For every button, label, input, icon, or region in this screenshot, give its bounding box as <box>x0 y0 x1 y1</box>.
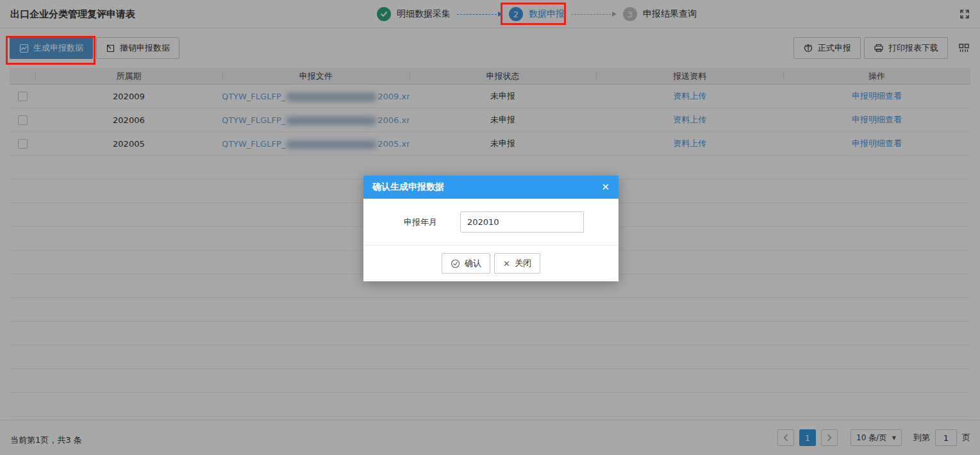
circle-check-icon <box>451 259 460 269</box>
confirm-button[interactable]: 确认 <box>442 253 490 274</box>
dialog-footer: 确认 ✕ 关闭 <box>363 245 619 281</box>
x-icon: ✕ <box>503 259 510 269</box>
confirm-generate-dialog: 确认生成申报数据 ✕ 申报年月 确认 ✕ 关闭 <box>363 176 619 281</box>
declare-month-input[interactable] <box>460 211 584 233</box>
dialog-header: 确认生成申报数据 ✕ <box>363 176 619 199</box>
app-root: 出口企业分类管理复评申请表 明细数据采集 2 数据申报 3 申报结果查询 <box>0 0 980 455</box>
dialog-body: 申报年月 <box>363 199 619 245</box>
dialog-title: 确认生成申报数据 <box>372 181 444 193</box>
dialog-close-button[interactable]: ✕ 关闭 <box>494 253 540 274</box>
button-label: 确认 <box>465 258 481 269</box>
close-icon[interactable]: ✕ <box>601 183 610 192</box>
button-label: 关闭 <box>515 258 531 269</box>
declare-month-label: 申报年月 <box>404 217 437 228</box>
declare-month-field-row: 申报年月 <box>363 211 619 233</box>
